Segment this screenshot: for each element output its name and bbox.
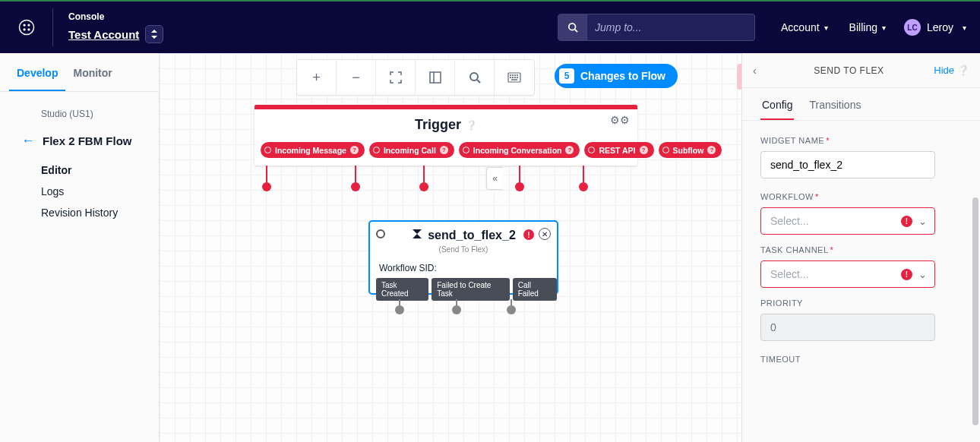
search-icon	[558, 14, 587, 40]
subnav-logs[interactable]: Logs	[41, 181, 159, 202]
panel-title: SEND TO FLEX	[764, 65, 934, 76]
zoom-in-button[interactable]: +	[297, 60, 337, 95]
sf-outputs	[370, 293, 557, 316]
widget-name: send_to_flex_2	[428, 229, 516, 242]
error-icon: !	[901, 269, 912, 280]
changes-indicator[interactable]: 5 Changes to Flow	[555, 64, 678, 88]
left-sidebar: Develop Monitor Studio (US1) ← Flex 2 FB…	[0, 53, 160, 442]
fit-screen-button[interactable]	[376, 60, 416, 95]
port-icon	[463, 147, 469, 153]
task-channel-label: TASK CHANNEL*	[760, 245, 962, 254]
svg-point-7	[470, 73, 478, 81]
port-icon	[588, 147, 595, 153]
console-info: Console Test Account	[53, 11, 179, 43]
scrollbar[interactable]	[972, 197, 978, 425]
panel-collapse-handle[interactable]: «	[486, 167, 503, 190]
studio-canvas[interactable]: + −	[160, 53, 741, 442]
help-icon: ?	[350, 146, 359, 154]
trigger-subflow[interactable]: Subflow?	[659, 142, 722, 158]
sidebar-toggle-button[interactable]	[416, 60, 455, 95]
tab-config[interactable]: Config	[760, 96, 794, 120]
flow-header[interactable]: ← Flex 2 FBM Flow	[0, 130, 159, 156]
chevron-down-icon: ▾	[963, 24, 966, 32]
priority-label: PRIORITY	[760, 298, 962, 308]
twilio-logo-icon	[18, 19, 35, 36]
help-icon: ?	[640, 146, 648, 154]
trigger-incoming-conversation[interactable]: Incoming Conversation?	[459, 142, 580, 158]
svg-point-14	[513, 77, 514, 78]
help-icon[interactable]: ❔	[957, 65, 969, 76]
help-icon[interactable]: ❔	[466, 120, 477, 131]
svg-point-11	[515, 75, 516, 76]
search-input[interactable]	[587, 21, 754, 33]
global-search[interactable]	[558, 14, 755, 41]
keyboard-button[interactable]	[495, 60, 534, 95]
help-icon: ?	[440, 146, 448, 154]
help-icon: ?	[565, 146, 574, 154]
chevron-down-icon: ▾	[882, 24, 886, 32]
expand-icon	[390, 71, 402, 84]
back-arrow-icon[interactable]: ←	[21, 133, 35, 149]
close-icon[interactable]: ✕	[539, 228, 551, 240]
input-port-icon[interactable]	[376, 229, 385, 238]
svg-point-9	[511, 75, 511, 76]
changes-count: 5	[559, 68, 574, 84]
svg-point-2	[27, 24, 30, 26]
trigger-incoming-message[interactable]: Incoming Message?	[261, 142, 365, 158]
svg-point-13	[511, 77, 511, 78]
trigger-widget[interactable]: Trigger ❔ ⚙⚙ Incoming Message? Incoming …	[254, 105, 637, 166]
svg-point-3	[23, 28, 25, 30]
port-icon	[373, 147, 380, 153]
config-panel-header: ‹ SEND TO FLEX Hide ❔	[742, 53, 980, 88]
port-icon	[264, 147, 271, 153]
widget-type-label: (Send To Flex)	[370, 244, 557, 260]
tab-transitions[interactable]: Transitions	[808, 96, 862, 120]
svg-point-1	[23, 24, 25, 26]
account-name[interactable]: Test Account	[68, 28, 139, 41]
panel-icon	[429, 71, 441, 84]
widget-name-label: WIDGET NAME*	[760, 136, 962, 145]
widget-name-input[interactable]	[760, 151, 935, 178]
workflow-select[interactable]: Select... ! ⌄	[760, 207, 935, 235]
svg-point-5	[568, 24, 575, 30]
search-canvas-button[interactable]	[455, 60, 495, 95]
config-form: WIDGET NAME* WORKFLOW* Select... ! ⌄ TAS…	[742, 121, 980, 442]
hide-link[interactable]: Hide	[934, 65, 954, 76]
help-icon: ?	[707, 146, 716, 154]
brand-logo[interactable]	[0, 8, 53, 46]
trigger-incoming-call[interactable]: Incoming Call?	[369, 142, 454, 158]
svg-point-4	[27, 28, 30, 30]
back-icon[interactable]: ‹	[753, 65, 757, 77]
settings-icon[interactable]: ⚙⚙	[610, 114, 630, 126]
panel-tabs: Config Transitions	[742, 88, 980, 121]
svg-point-16	[517, 77, 518, 78]
flow-subnav: Editor Logs Revision History	[0, 156, 159, 223]
account-switcher-button[interactable]	[145, 25, 163, 43]
trigger-rest-api[interactable]: REST API?	[584, 142, 653, 158]
svg-point-0	[19, 20, 33, 34]
tab-monitor[interactable]: Monitor	[65, 53, 119, 91]
priority-input[interactable]	[760, 314, 935, 341]
port-icon	[662, 147, 669, 153]
chevron-down-icon: ⌄	[918, 216, 927, 227]
config-panel: ‹ SEND TO FLEX Hide ❔ Config Transitions…	[741, 53, 980, 442]
tab-develop[interactable]: Develop	[9, 53, 65, 91]
task-channel-select[interactable]: Select... ! ⌄	[760, 260, 935, 288]
search-icon	[469, 71, 481, 84]
svg-point-15	[515, 77, 516, 78]
topbar: Console Test Account Account ▾ Billing ▾…	[0, 0, 980, 53]
nav-account[interactable]: Account ▾	[770, 21, 839, 33]
svg-point-10	[513, 75, 514, 76]
subnav-editor[interactable]: Editor	[41, 159, 159, 181]
subnav-revision-history[interactable]: Revision History	[41, 202, 159, 223]
error-icon: !	[901, 216, 912, 227]
nav-billing[interactable]: Billing ▾	[839, 21, 896, 33]
widget-title: Trigger	[415, 117, 461, 133]
workflow-label: WORKFLOW*	[760, 192, 962, 201]
send-to-flex-widget[interactable]: send_to_flex_2 ! ✕ (Send To Flex) Workfl…	[368, 220, 558, 295]
zoom-out-button[interactable]: −	[337, 60, 376, 95]
flex-icon	[411, 228, 423, 242]
flow-name: Flex 2 FBM Flow	[43, 134, 132, 147]
keyboard-icon	[507, 72, 521, 83]
user-menu[interactable]: LC Leroy ▾	[896, 19, 980, 36]
